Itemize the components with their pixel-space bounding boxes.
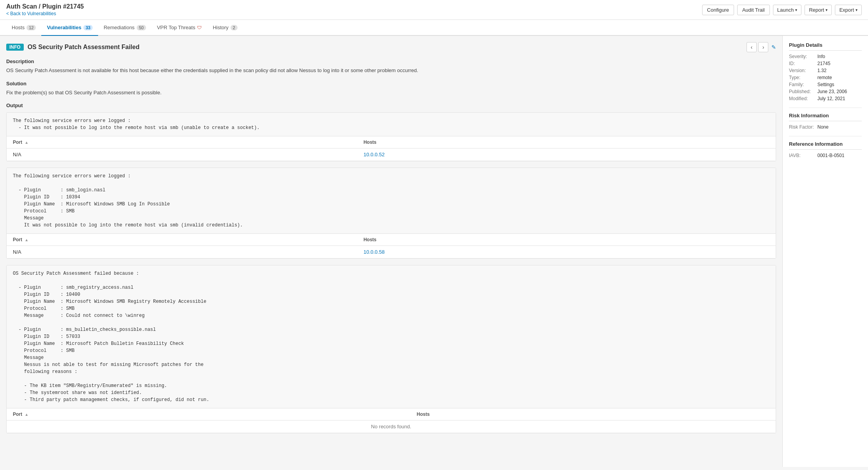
report-chevron-icon: ▾ [826,8,828,12]
tab-vpr-top-threats[interactable]: VPR Top Threats 🛡 [151,20,208,36]
risk-information-section: Risk Information Risk Factor: None [789,113,862,130]
detail-iavb: IAVB: 0001-B-0501 [789,153,862,158]
page-title: Auth Scan / Plugin #21745 [6,3,84,10]
shield-icon: 🛡 [197,25,202,30]
reference-information-title: Reference Information [789,141,862,150]
output-block-1: The following service errors were logged… [6,112,776,161]
detail-type: Type: remote [789,75,862,80]
prev-arrow[interactable]: ‹ [747,42,757,52]
severity-badge: INFO [6,44,24,51]
detail-version: Version: 1.32 [789,68,862,73]
launch-button[interactable]: Launch ▾ [773,5,802,15]
detail-risk-factor: Risk Factor: None [789,124,862,130]
header-left: Auth Scan / Plugin #21745 < Back to Vuln… [6,3,84,16]
output-table-2: Port ▲ Hosts N/A 10.0.0.58 [7,233,776,258]
right-panel: Plugin Details Severity: Info ID: 21745 … [782,36,868,467]
table-row: N/A 10.0.0.52 [7,148,776,161]
top-header: Auth Scan / Plugin #21745 < Back to Vuln… [0,0,868,20]
detail-family: Family: Settings [789,82,862,87]
next-arrow[interactable]: › [758,42,768,52]
table-row: N/A 10.0.0.58 [7,246,776,258]
col-hosts-3[interactable]: Hosts [410,408,776,421]
port-cell: N/A [7,148,357,161]
tab-history[interactable]: History 2 [207,20,243,36]
col-port-1[interactable]: Port ▲ [7,136,357,148]
host-cell: 10.0.0.58 [357,246,776,258]
export-button[interactable]: Export ▾ [835,5,862,15]
sort-icon: ▲ [25,238,28,242]
output-table-1: Port ▲ Hosts N/A 10.0.0.52 [7,136,776,161]
output-block-2: The following service errors were logged… [6,168,776,259]
export-chevron-icon: ▾ [856,8,857,12]
detail-modified: Modified: July 12, 2021 [789,96,862,101]
port-cell: N/A [7,246,357,258]
divider-1 [789,108,862,108]
plugin-title-left: INFO OS Security Patch Assessment Failed [6,44,139,51]
sort-icon: ▲ [25,140,28,145]
solution-section: Solution Fix the problem(s) so that OS S… [6,81,776,97]
col-port-2[interactable]: Port ▲ [7,234,357,246]
description-section: Description OS Security Patch Assessment… [6,58,776,74]
plugin-title: OS Security Patch Assessment Failed [28,44,140,51]
output-block-3: OS Security Patch Assessment failed beca… [6,265,776,433]
col-port-3[interactable]: Port ▲ [7,408,410,421]
main-content: INFO OS Security Patch Assessment Failed… [0,36,868,467]
audit-trail-button[interactable]: Audit Trail [737,5,770,15]
col-hosts-2[interactable]: Hosts [357,234,776,246]
back-link[interactable]: < Back to Vulnerabilities [6,11,84,16]
output-pre-3: OS Security Patch Assessment failed beca… [7,265,776,408]
launch-chevron-icon: ▾ [795,8,797,12]
sort-icon: ▲ [25,412,28,417]
tabs-bar: Hosts 12 Vulnerabilities 33 Remediations… [0,20,868,36]
plugin-title-area: INFO OS Security Patch Assessment Failed… [6,42,776,52]
solution-title: Solution [6,81,776,87]
no-records-text: No records found. [7,421,776,433]
no-records-row: No records found. [7,421,776,433]
output-title: Output [6,102,776,108]
tab-vulnerabilities[interactable]: Vulnerabilities 33 [41,20,98,36]
detail-severity: Severity: Info [789,54,862,59]
tab-hosts[interactable]: Hosts 12 [6,20,41,36]
plugin-details-title: Plugin Details [789,42,862,51]
host-cell: 10.0.0.52 [357,148,776,161]
output-pre-1: The following service errors were logged… [7,113,776,136]
description-title: Description [6,58,776,64]
detail-published: Published: June 23, 2006 [789,89,862,94]
risk-information-title: Risk Information [789,113,862,121]
plugin-details-section: Plugin Details Severity: Info ID: 21745 … [789,42,862,101]
report-button[interactable]: Report ▾ [805,5,832,15]
col-hosts-1[interactable]: Hosts [357,136,776,148]
divider-2 [789,136,862,136]
tab-remediations[interactable]: Remediations 50 [98,20,151,36]
detail-id: ID: 21745 [789,61,862,66]
reference-information-section: Reference Information IAVB: 0001-B-0501 [789,141,862,158]
title-actions: ‹ › ✎ [747,42,776,52]
output-table-3: Port ▲ Hosts No records found. [7,408,776,433]
output-pre-2: The following service errors were logged… [7,168,776,233]
edit-icon[interactable]: ✎ [771,44,776,50]
header-actions: Configure Audit Trail Launch ▾ Report ▾ … [702,5,862,15]
left-panel: INFO OS Security Patch Assessment Failed… [0,36,782,467]
configure-button[interactable]: Configure [702,5,734,15]
description-text: OS Security Patch Assessment is not avai… [6,67,776,74]
solution-text: Fix the problem(s) so that OS Security P… [6,89,776,97]
nav-arrows: ‹ › [747,42,768,52]
